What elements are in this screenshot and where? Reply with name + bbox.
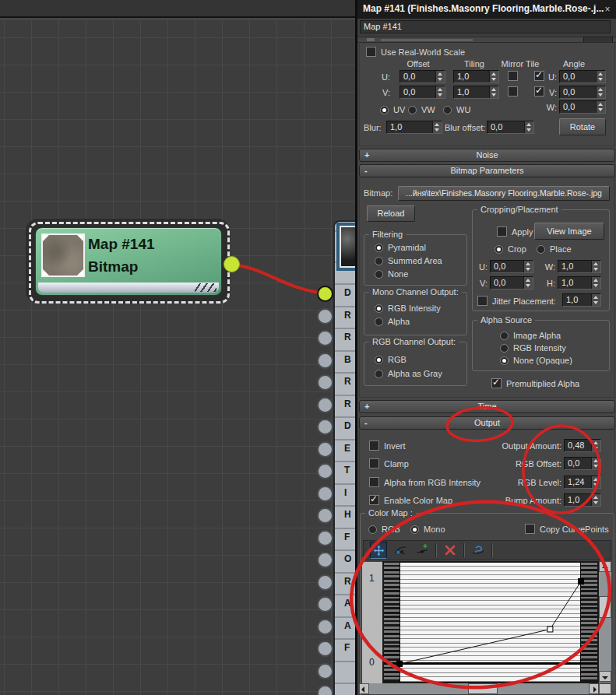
radio-pyramidal[interactable]: Pyramidal [375, 243, 426, 252]
radio-alpha-rgb-intensity[interactable]: RGB Intensity [500, 343, 566, 353]
radio-vw[interactable]: VW [408, 105, 435, 114]
radio-alpha-as-gray[interactable]: Alpha as Gray [375, 369, 442, 378]
rgb-offset-field[interactable]: 0,0 [564, 457, 601, 470]
hscroll-thumb[interactable] [468, 683, 498, 694]
bitmap-map-node[interactable]: Map #141 Bitmap [35, 227, 222, 296]
crop-u-field[interactable]: 0,0 [490, 260, 533, 273]
reload-button[interactable]: Reload [367, 205, 415, 222]
node-view-canvas[interactable]: Map #141 Bitmap DRRBRRDETIHFORAAF [0, 0, 357, 695]
bitmap-path-button[interactable]: ...йня\tex\Finishes.Masonry Flooring.Mar… [398, 186, 610, 201]
crop-h-field[interactable]: 1,0 [558, 276, 601, 290]
radio-alpha[interactable]: Alpha [375, 317, 410, 326]
input-socket[interactable] [317, 507, 333, 524]
input-socket[interactable] [317, 308, 333, 325]
input-socket[interactable] [317, 330, 333, 346]
input-socket[interactable] [317, 419, 333, 435]
checkbox-mirror-u[interactable] [508, 71, 518, 81]
checkbox-use-real-world-scale[interactable]: Use Real-World Scale [366, 47, 465, 57]
input-socket[interactable] [317, 441, 333, 458]
input-socket[interactable] [317, 663, 333, 679]
checkbox-enable-color-map[interactable]: Enable Color Map [369, 495, 452, 505]
input-socket[interactable] [317, 685, 333, 695]
crop-v-field[interactable]: 0,0 [490, 276, 533, 290]
bump-amount-field[interactable]: 1,0 [564, 493, 601, 507]
input-socket[interactable] [317, 486, 333, 502]
bitmap-thumbnail[interactable] [41, 233, 85, 277]
input-socket[interactable] [317, 552, 333, 568]
output-socket[interactable] [224, 256, 240, 272]
input-socket[interactable] [317, 619, 333, 635]
view-image-button[interactable]: View Image [534, 223, 604, 240]
checkbox-clamp[interactable]: Clamp [369, 458, 409, 469]
move-point-icon[interactable] [370, 542, 387, 559]
input-socket[interactable] [317, 374, 333, 391]
radio-filtering-none[interactable]: None [375, 269, 408, 279]
scroll-down-button[interactable] [599, 671, 611, 682]
angle-u-field[interactable]: 0,0 [559, 70, 606, 83]
angle-v-field[interactable]: 0,0 [559, 86, 606, 99]
radio-none-opaque[interactable]: None (Opaque) [500, 356, 572, 365]
add-point-icon[interactable] [414, 542, 431, 559]
color-map-curve-area[interactable] [382, 561, 599, 683]
offset-u-field[interactable]: 0,0 [400, 70, 445, 83]
scroll-left-button[interactable] [359, 683, 369, 694]
input-socket[interactable] [317, 641, 333, 657]
scroll-right-button[interactable] [589, 683, 599, 694]
radio-image-alpha[interactable]: Image Alpha [500, 331, 561, 340]
radio-summed-area[interactable]: Summed Area [375, 256, 442, 265]
delete-point-icon[interactable] [442, 542, 459, 559]
thumb-corner-mark [77, 269, 83, 276]
offset-v-field[interactable]: 0,0 [400, 86, 445, 99]
radio-rgb[interactable]: RGB [375, 355, 407, 364]
scale-point-icon[interactable] [392, 542, 409, 559]
input-socket[interactable] [317, 397, 333, 413]
checkbox-jitter-placement[interactable]: Jitter Placement: [477, 296, 556, 306]
input-socket[interactable] [317, 574, 333, 591]
jitter-field[interactable]: 1,0 [562, 293, 601, 307]
tiling-u-field[interactable]: 1,0 [453, 70, 499, 83]
checkbox-alpha-from-rgb[interactable]: Alpha from RGB Intensity [369, 477, 480, 487]
scroll-up-button[interactable] [599, 561, 611, 572]
rollout-time[interactable]: +Time [359, 400, 615, 413]
rotate-button[interactable]: Rotate [559, 118, 606, 135]
node-resize-grip[interactable] [195, 283, 216, 292]
checkbox-tile-v[interactable] [534, 86, 544, 97]
checkbox-apply[interactable]: Apply [497, 226, 533, 237]
input-socket[interactable] [317, 463, 333, 479]
rgb-level-field[interactable]: 1,24 [564, 476, 601, 489]
panel-title-bar[interactable]: Map #141 (Finishes.Masonry Flooring.Marb… [357, 0, 616, 19]
input-socket[interactable] [317, 596, 333, 613]
output-amount-field[interactable]: 0,48 [564, 439, 601, 452]
checkbox-premultiplied-alpha[interactable]: Premultiplied Alpha [491, 378, 579, 388]
crop-w-field[interactable]: 1,0 [558, 260, 601, 273]
pan-curve-icon[interactable] [470, 542, 487, 559]
map-name-field[interactable]: Map #141 [360, 20, 611, 33]
radio-rgb-intensity[interactable]: RGB Intensity [375, 304, 441, 313]
blur-offset-field[interactable]: 0,0 [487, 121, 534, 134]
checkbox-copy-curvepoints[interactable]: Copy CurvePoints [525, 524, 609, 534]
checkbox-tile-u[interactable] [534, 71, 544, 81]
checkbox-invert[interactable]: Invert [369, 441, 406, 451]
input-socket[interactable] [317, 353, 333, 369]
rollout-noise[interactable]: +Noise [359, 149, 615, 162]
input-socket-connected[interactable] [317, 286, 333, 302]
input-socket[interactable] [317, 530, 333, 546]
curve-plot[interactable] [384, 563, 597, 682]
rollout-output[interactable]: -Output [359, 416, 615, 430]
checkbox-mirror-v[interactable] [508, 86, 518, 97]
radio-place[interactable]: Place [537, 244, 572, 254]
radio-wu[interactable]: WU [443, 105, 470, 114]
column-header-angle: Angle [550, 59, 598, 68]
angle-w-field[interactable]: 0,0 [559, 100, 606, 114]
blur-field[interactable]: 1,0 [386, 121, 442, 134]
curve-vscrollbar[interactable] [599, 561, 611, 683]
radio-color-map-mono[interactable]: Mono [410, 525, 445, 534]
close-icon[interactable]: × [601, 3, 614, 16]
radio-uv[interactable]: UV [380, 105, 405, 114]
vscroll-thumb[interactable] [599, 596, 611, 618]
radio-crop[interactable]: Crop [495, 244, 526, 254]
mono-channel-output-group: Mono Channel Output: [364, 292, 467, 335]
tiling-v-field[interactable]: 1,0 [453, 86, 499, 99]
radio-color-map-rgb[interactable]: RGB [368, 525, 400, 534]
rollout-bitmap-parameters[interactable]: -Bitmap Parameters [359, 164, 615, 177]
